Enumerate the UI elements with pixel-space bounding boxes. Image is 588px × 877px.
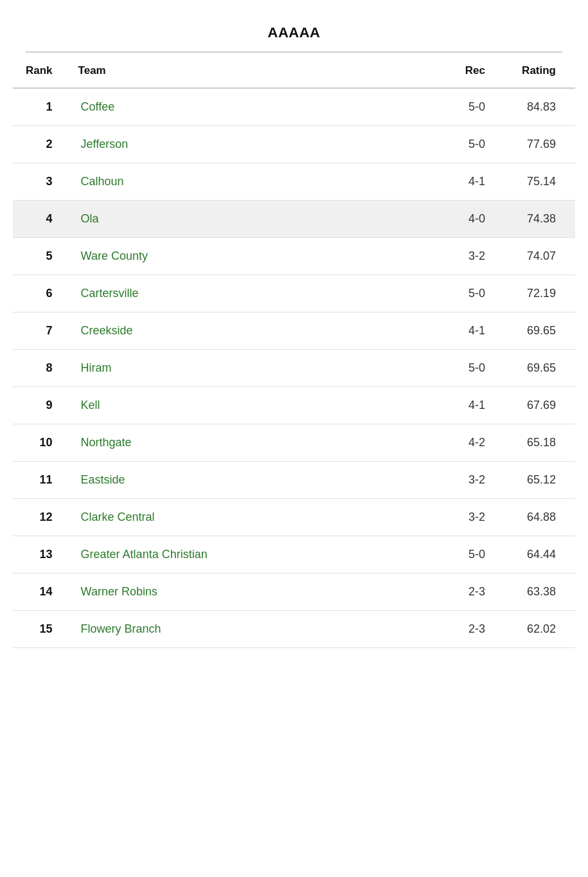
table-row: 9Kell4-167.69: [13, 387, 575, 424]
rank-cell: 14: [13, 574, 66, 611]
rank-cell: 6: [13, 275, 66, 312]
table-row: 13Greater Atlanta Christian5-064.44: [13, 536, 575, 574]
rating-cell: 64.44: [498, 536, 575, 574]
rec-cell: 4-0: [421, 201, 498, 238]
rec-cell: 3-2: [421, 499, 498, 536]
rating-cell: 74.38: [498, 201, 575, 238]
rating-cell: 75.14: [498, 163, 575, 201]
rating-cell: 69.65: [498, 350, 575, 387]
rating-cell: 65.18: [498, 424, 575, 462]
table-body: 1Coffee5-084.832Jefferson5-077.693Calhou…: [13, 88, 575, 648]
table-row: 15Flowery Branch2-362.02: [13, 611, 575, 648]
team-cell[interactable]: Kell: [66, 387, 421, 424]
rank-cell: 7: [13, 312, 66, 350]
rank-cell: 3: [13, 163, 66, 201]
rec-cell: 4-1: [421, 387, 498, 424]
team-cell[interactable]: Calhoun: [66, 163, 421, 201]
rec-cell: 4-2: [421, 424, 498, 462]
team-cell[interactable]: Jefferson: [66, 126, 421, 163]
table-row: 7Creekside4-169.65: [13, 312, 575, 350]
rank-header: Rank: [13, 53, 66, 88]
rating-cell: 77.69: [498, 126, 575, 163]
team-cell[interactable]: Clarke Central: [66, 499, 421, 536]
rec-cell: 5-0: [421, 536, 498, 574]
rating-cell: 72.19: [498, 275, 575, 312]
rankings-table: Rank Team Rec Rating 1Coffee5-084.832Jef…: [13, 53, 575, 648]
rec-cell: 5-0: [421, 350, 498, 387]
team-cell[interactable]: Hiram: [66, 350, 421, 387]
rec-cell: 4-1: [421, 163, 498, 201]
rank-cell: 9: [13, 387, 66, 424]
team-cell[interactable]: Cartersville: [66, 275, 421, 312]
team-cell[interactable]: Ola: [66, 201, 421, 238]
rec-cell: 2-3: [421, 574, 498, 611]
rank-cell: 15: [13, 611, 66, 648]
team-cell[interactable]: Northgate: [66, 424, 421, 462]
rec-header: Rec: [421, 53, 498, 88]
rating-cell: 74.07: [498, 238, 575, 275]
rating-cell: 62.02: [498, 611, 575, 648]
rec-cell: 5-0: [421, 126, 498, 163]
table-row: 14Warner Robins2-363.38: [13, 574, 575, 611]
table-row: 12Clarke Central3-264.88: [13, 499, 575, 536]
team-header: Team: [66, 53, 421, 88]
rec-cell: 5-0: [421, 88, 498, 126]
rating-cell: 64.88: [498, 499, 575, 536]
rating-cell: 63.38: [498, 574, 575, 611]
header-row: Rank Team Rec Rating: [13, 53, 575, 88]
team-cell[interactable]: Warner Robins: [66, 574, 421, 611]
team-cell[interactable]: Creekside: [66, 312, 421, 350]
rec-cell: 2-3: [421, 611, 498, 648]
rank-cell: 12: [13, 499, 66, 536]
rating-cell: 65.12: [498, 462, 575, 499]
table-row: 5Ware County3-274.07: [13, 238, 575, 275]
table-row: 11Eastside3-265.12: [13, 462, 575, 499]
rating-header: Rating: [498, 53, 575, 88]
rank-cell: 11: [13, 462, 66, 499]
rec-cell: 5-0: [421, 275, 498, 312]
rating-cell: 67.69: [498, 387, 575, 424]
rec-cell: 3-2: [421, 238, 498, 275]
rec-cell: 3-2: [421, 462, 498, 499]
table-row: 10Northgate4-265.18: [13, 424, 575, 462]
rank-cell: 1: [13, 88, 66, 126]
team-cell[interactable]: Greater Atlanta Christian: [66, 536, 421, 574]
table-row: 8Hiram5-069.65: [13, 350, 575, 387]
table-row: 6Cartersville5-072.19: [13, 275, 575, 312]
rank-cell: 2: [13, 126, 66, 163]
rank-cell: 5: [13, 238, 66, 275]
rating-cell: 84.83: [498, 88, 575, 126]
page-title: AAAAA: [13, 13, 575, 51]
main-container: AAAAA Rank Team Rec Rating 1Coffee5-084.…: [0, 13, 588, 648]
table-row: 1Coffee5-084.83: [13, 88, 575, 126]
table-row: 4Ola4-074.38: [13, 201, 575, 238]
team-cell[interactable]: Flowery Branch: [66, 611, 421, 648]
rank-cell: 8: [13, 350, 66, 387]
table-header: Rank Team Rec Rating: [13, 53, 575, 88]
rank-cell: 10: [13, 424, 66, 462]
team-cell[interactable]: Coffee: [66, 88, 421, 126]
rating-cell: 69.65: [498, 312, 575, 350]
rank-cell: 13: [13, 536, 66, 574]
table-row: 2Jefferson5-077.69: [13, 126, 575, 163]
rank-cell: 4: [13, 201, 66, 238]
team-cell[interactable]: Ware County: [66, 238, 421, 275]
rec-cell: 4-1: [421, 312, 498, 350]
table-row: 3Calhoun4-175.14: [13, 163, 575, 201]
team-cell[interactable]: Eastside: [66, 462, 421, 499]
